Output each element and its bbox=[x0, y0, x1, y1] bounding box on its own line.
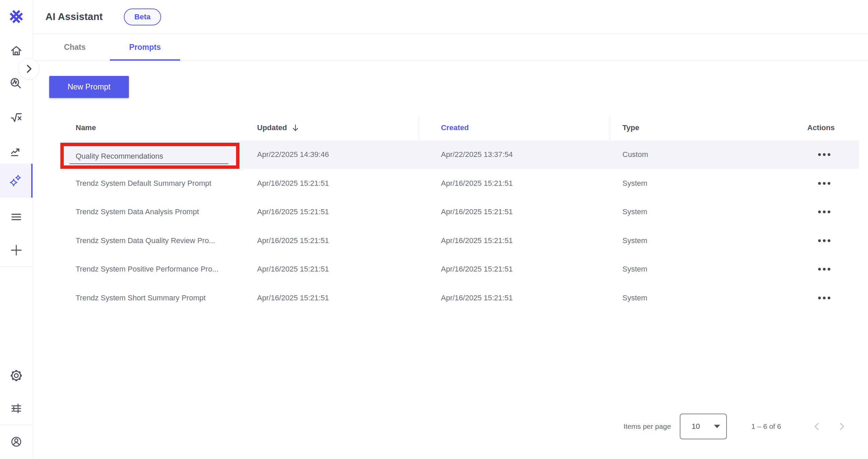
square-root-icon bbox=[9, 111, 23, 125]
sparkles-icon bbox=[8, 174, 23, 188]
new-prompt-button[interactable]: New Prompt bbox=[49, 76, 129, 98]
created-cell: Apr/16/2025 15:21:51 bbox=[428, 294, 610, 302]
sort-desc-icon bbox=[292, 124, 299, 132]
chevron-right-icon bbox=[836, 421, 848, 432]
table-row[interactable]: Trendz System Data Analysis PromptApr/16… bbox=[63, 198, 859, 226]
prompt-name-cell: Trendz System Data Quality Review Pro... bbox=[63, 236, 245, 245]
sidebar-collapse-button[interactable] bbox=[18, 58, 39, 79]
ellipsis-dot bbox=[818, 239, 821, 242]
sidebar-item-new-view[interactable] bbox=[0, 233, 33, 267]
ellipsis-dot bbox=[823, 268, 826, 271]
ellipsis-dot bbox=[818, 182, 821, 185]
ellipsis-dot bbox=[828, 211, 830, 213]
column-header-actions: Actions bbox=[795, 123, 859, 132]
ellipsis-dot bbox=[818, 297, 821, 299]
updated-cell: Apr/16/2025 15:21:51 bbox=[245, 207, 428, 216]
page-size-value: 10 bbox=[692, 422, 700, 431]
plus-icon bbox=[9, 243, 24, 258]
chevron-right-icon bbox=[22, 62, 36, 76]
table-row[interactable]: Quality RecommendationsApr/22/2025 14:39… bbox=[63, 140, 859, 169]
row-actions-menu-button[interactable] bbox=[807, 288, 841, 308]
column-header-name[interactable]: Name bbox=[63, 123, 245, 132]
prompt-name-cell: Trendz System Data Analysis Prompt bbox=[63, 207, 245, 216]
chevron-left-icon bbox=[811, 421, 823, 432]
column-divider[interactable] bbox=[610, 116, 610, 140]
ellipsis-dot bbox=[828, 268, 830, 271]
column-divider[interactable] bbox=[418, 116, 419, 140]
created-cell: Apr/16/2025 15:21:51 bbox=[428, 207, 610, 216]
tab-prompts[interactable]: Prompts bbox=[110, 34, 180, 61]
column-header-type[interactable]: Type bbox=[610, 123, 795, 132]
sidebar-item-settings[interactable] bbox=[0, 359, 33, 393]
account-icon bbox=[9, 435, 23, 449]
created-cell: Apr/16/2025 15:21:51 bbox=[428, 236, 610, 245]
ellipsis-dot bbox=[823, 153, 826, 156]
updated-cell: Apr/22/2025 14:39:46 bbox=[245, 150, 428, 159]
table-body: Quality RecommendationsApr/22/2025 14:39… bbox=[63, 140, 859, 312]
trendz-logo-icon[interactable] bbox=[8, 9, 24, 24]
paginator: Items per page 10 1 – 6 of 6 bbox=[623, 411, 848, 442]
tab-chats[interactable]: Chats bbox=[40, 34, 110, 61]
sidebar-item-menu[interactable] bbox=[0, 200, 33, 234]
type-cell: System bbox=[610, 265, 795, 274]
sidebar-item-predictions[interactable] bbox=[0, 135, 33, 168]
ellipsis-dot bbox=[823, 239, 826, 242]
row-actions-menu-button[interactable] bbox=[807, 259, 841, 279]
table-row[interactable]: Trendz System Data Quality Review Pro...… bbox=[63, 226, 859, 255]
updated-cell: Apr/16/2025 15:21:51 bbox=[245, 236, 428, 245]
row-actions-menu-button[interactable] bbox=[807, 231, 841, 251]
prompts-table: Name Updated Created Type Actions bbox=[63, 115, 859, 312]
sidebar-divider bbox=[0, 266, 33, 267]
table-row[interactable]: Trendz System Default Summary PromptApr/… bbox=[63, 169, 859, 198]
previous-page-button[interactable] bbox=[811, 421, 823, 432]
updated-cell: Apr/16/2025 15:21:51 bbox=[245, 294, 428, 302]
sliders-icon bbox=[9, 401, 23, 416]
gear-icon bbox=[9, 368, 23, 383]
row-actions-menu-button[interactable] bbox=[807, 173, 841, 194]
next-page-button[interactable] bbox=[836, 421, 848, 432]
updated-cell: Apr/16/2025 15:21:51 bbox=[245, 179, 428, 188]
ellipsis-dot bbox=[828, 153, 830, 156]
created-cell: Apr/16/2025 15:21:51 bbox=[428, 179, 610, 188]
hamburger-menu-icon bbox=[9, 210, 23, 224]
sidebar-item-ai-assistant[interactable] bbox=[0, 164, 33, 198]
page-size-select[interactable]: 10 bbox=[680, 414, 727, 439]
column-header-created[interactable]: Created bbox=[428, 123, 610, 132]
prompt-name-edit-input[interactable]: Quality Recommendations bbox=[70, 145, 228, 164]
beta-badge: Beta bbox=[124, 8, 161, 25]
created-cell: Apr/16/2025 15:21:51 bbox=[428, 265, 610, 274]
ellipsis-dot bbox=[828, 239, 830, 242]
row-actions-menu-button[interactable] bbox=[807, 144, 841, 165]
column-header-updated[interactable]: Updated bbox=[245, 123, 428, 132]
trend-up-icon bbox=[9, 144, 23, 159]
row-actions-menu-button[interactable] bbox=[807, 202, 841, 222]
home-icon bbox=[9, 44, 23, 58]
prompt-name-cell: Trendz System Positive Performance Pro..… bbox=[63, 265, 245, 274]
created-cell: Apr/22/2025 13:37:54 bbox=[428, 150, 610, 159]
page-range-label: 1 – 6 of 6 bbox=[751, 422, 781, 431]
ellipsis-dot bbox=[818, 153, 821, 156]
ellipsis-dot bbox=[828, 297, 830, 299]
type-cell: System bbox=[610, 236, 795, 245]
type-cell: Custom bbox=[610, 150, 795, 159]
sidebar-item-configuration[interactable] bbox=[0, 392, 33, 425]
table-row[interactable]: Trendz System Positive Performance Pro..… bbox=[63, 255, 859, 284]
app-window: AI Assistant Beta Chats Prompts New Prom… bbox=[0, 0, 868, 459]
ellipsis-dot bbox=[823, 182, 826, 185]
table-header-row: Name Updated Created Type Actions bbox=[63, 115, 859, 140]
ellipsis-dot bbox=[818, 211, 821, 213]
search-pulse-icon bbox=[9, 77, 23, 91]
ellipsis-dot bbox=[818, 268, 821, 271]
tab-bar: Chats Prompts bbox=[33, 34, 868, 61]
page-header: AI Assistant Beta bbox=[33, 0, 868, 34]
active-tab-indicator bbox=[110, 59, 180, 61]
page-title: AI Assistant bbox=[45, 11, 103, 22]
sidebar-item-account[interactable] bbox=[0, 425, 33, 459]
ellipsis-dot bbox=[828, 182, 830, 185]
sidebar-item-calculations[interactable] bbox=[0, 101, 33, 135]
prompt-name-cell: Trendz System Default Summary Prompt bbox=[63, 179, 245, 188]
ellipsis-dot bbox=[823, 297, 826, 299]
type-cell: System bbox=[610, 179, 795, 188]
table-row[interactable]: Trendz System Short Summary PromptApr/16… bbox=[63, 284, 859, 313]
dropdown-caret-icon bbox=[714, 425, 720, 428]
